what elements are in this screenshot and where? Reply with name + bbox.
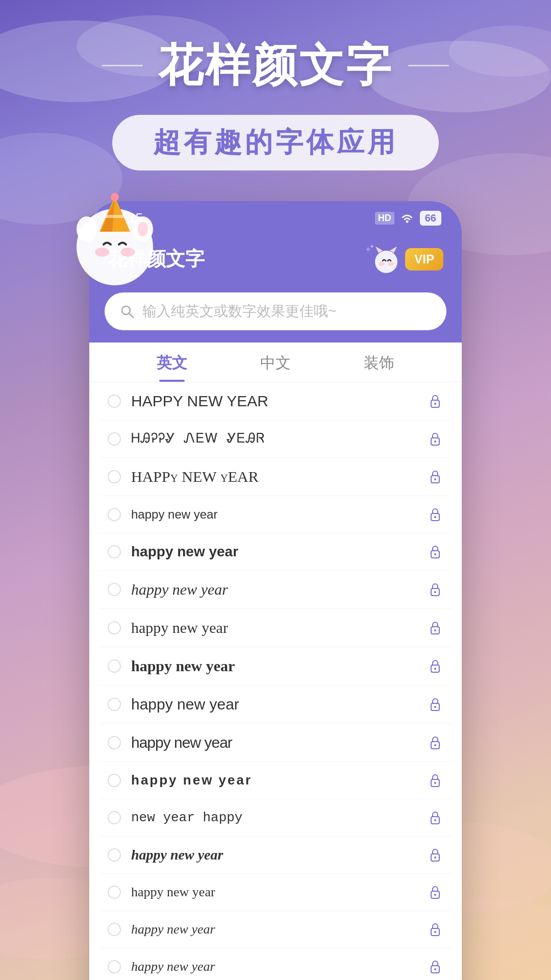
status-icons: HD 66 <box>375 211 441 226</box>
font-text: ᎻᎯᎮᎮᎽ ᏁᎬᎳ ᎽᎬᎯᏒ <box>131 431 417 447</box>
lock-icon <box>427 658 443 674</box>
phone-mockup: 10:15 HD 66 花样颜文字 ✦ ✦ <box>89 201 462 980</box>
font-text: happy new year <box>131 847 417 863</box>
font-text: HAPPY NEW YEAR <box>131 393 417 410</box>
svg-point-39 <box>434 516 436 518</box>
list-item[interactable]: happy new year <box>99 609 452 647</box>
font-text: happy new year <box>131 885 417 900</box>
svg-point-43 <box>434 591 436 593</box>
battery: 66 <box>420 211 441 226</box>
svg-point-61 <box>434 931 436 933</box>
radio-dot <box>108 960 121 973</box>
lock-icon <box>427 393 443 409</box>
svg-point-33 <box>434 403 436 405</box>
lock-icon <box>427 734 443 751</box>
tab-chinese[interactable]: 中文 <box>260 353 291 382</box>
font-text: happy new year <box>131 772 417 788</box>
radio-dot <box>108 508 121 521</box>
svg-text:✦: ✦ <box>369 243 374 250</box>
lock-icon <box>427 772 443 789</box>
svg-point-16 <box>120 248 135 257</box>
lock-icon <box>427 506 443 523</box>
list-item[interactable]: happy new year <box>99 571 452 609</box>
lock-icon <box>427 469 443 485</box>
deco-line-right <box>408 65 449 66</box>
lock-icon <box>427 696 443 713</box>
svg-point-20 <box>406 220 408 223</box>
font-text: happy new year <box>131 581 417 598</box>
radio-dot <box>108 621 121 634</box>
list-item[interactable]: happy new year <box>99 874 452 911</box>
radio-dot <box>108 545 121 558</box>
font-text: HAPPy NEW yEAR <box>131 468 417 485</box>
radio-dot <box>108 923 121 936</box>
list-item[interactable]: happy new year <box>99 837 452 874</box>
svg-point-29 <box>388 262 394 266</box>
radio-dot <box>108 736 121 749</box>
decorative-lines: 花样颜文字 <box>0 41 551 90</box>
svg-point-57 <box>434 856 436 859</box>
list-item[interactable]: happy new year <box>99 496 452 533</box>
header-right: ✦ ✦ VIP <box>363 241 443 277</box>
radio-dot <box>108 432 121 446</box>
mascot <box>59 186 161 288</box>
font-text: happy new year <box>131 619 417 636</box>
vip-badge[interactable]: VIP <box>405 248 443 271</box>
subtitle-text: 超有趣的字体应用 <box>153 127 398 157</box>
search-bar[interactable]: 输入纯英文或数字效果更佳哦~ <box>105 292 446 330</box>
svg-point-41 <box>434 553 436 555</box>
search-icon <box>120 304 134 318</box>
radio-dot <box>108 774 121 787</box>
radio-dot <box>108 698 121 711</box>
radio-dot <box>108 659 121 673</box>
svg-point-51 <box>434 744 436 746</box>
radio-dot <box>108 886 121 899</box>
header-section: 花样颜文字 超有趣的字体应用 <box>0 0 551 170</box>
lock-icon <box>427 884 443 900</box>
lock-icon <box>427 847 443 863</box>
list-item[interactable]: HAPPy NEW yEAR <box>99 458 452 496</box>
lock-icon <box>427 921 443 938</box>
cat-icon: ✦ ✦ <box>363 241 399 277</box>
radio-dot <box>108 395 121 408</box>
font-text: happy new year <box>131 959 417 974</box>
list-item[interactable]: happy new year <box>99 724 452 762</box>
phone-container: 10:15 HD 66 花样颜文字 ✦ ✦ <box>89 201 462 980</box>
search-container: 输入纯英文或数字效果更佳哦~ <box>89 292 462 342</box>
font-text: happy new year <box>131 696 417 713</box>
tab-section: 英文 中文 装饰 <box>89 342 462 382</box>
svg-point-47 <box>434 668 436 670</box>
svg-point-35 <box>434 440 436 443</box>
list-item[interactable]: happy new year <box>99 762 452 799</box>
lock-icon <box>427 959 443 975</box>
lock-icon <box>427 620 443 636</box>
svg-point-45 <box>434 629 436 631</box>
font-text: happy new year <box>131 544 417 560</box>
radio-dot <box>108 470 121 483</box>
list-item[interactable]: HAPPY NEW YEAR <box>99 382 452 421</box>
list-item[interactable]: happy new year <box>99 948 452 980</box>
radio-dot <box>108 583 121 596</box>
main-title: 花样颜文字 <box>158 41 393 90</box>
lock-icon <box>427 810 443 826</box>
list-item[interactable]: happy new year <box>99 533 452 571</box>
tab-english[interactable]: 英文 <box>157 353 187 382</box>
lock-icon <box>427 431 443 447</box>
svg-line-31 <box>129 313 133 317</box>
font-text: happy new year <box>131 734 417 751</box>
svg-point-59 <box>434 894 436 896</box>
list-item[interactable]: happy new year <box>99 911 452 948</box>
list-item[interactable]: happy new year <box>99 647 452 685</box>
tab-decoration[interactable]: 装饰 <box>364 353 394 382</box>
lock-icon <box>427 581 443 598</box>
list-item[interactable]: happy new year <box>99 685 452 724</box>
svg-point-28 <box>379 262 385 266</box>
svg-point-63 <box>434 968 436 970</box>
svg-point-17 <box>77 216 97 242</box>
list-item[interactable]: new year happy <box>99 799 452 837</box>
font-text: happy new year <box>131 922 417 937</box>
font-text: happy new year <box>131 507 417 522</box>
svg-point-53 <box>434 782 436 784</box>
list-item[interactable]: ᎻᎯᎮᎮᎽ ᏁᎬᎳ ᎽᎬᎯᏒ <box>99 421 452 458</box>
wifi-icon <box>399 212 415 224</box>
